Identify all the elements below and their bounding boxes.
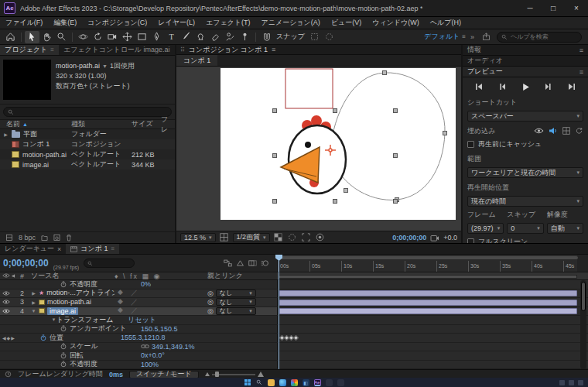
stopwatch-icon[interactable] <box>60 361 70 368</box>
layer-duration-bar[interactable] <box>279 300 577 306</box>
tray-icon[interactable] <box>578 380 583 385</box>
timeline-timecode[interactable]: 0;00;00;00 <box>3 258 49 269</box>
keyframe-diamond[interactable] <box>293 335 299 341</box>
layer-row-2[interactable]: 2 ▶ ★ motion-...アウトライン ◆／ ◎ なし▾ <box>0 289 588 299</box>
red-guide-rectangle[interactable] <box>285 69 333 108</box>
color-channels-icon[interactable] <box>315 233 326 242</box>
motion-blur-icon[interactable] <box>261 259 269 267</box>
orbit-camera-tool-icon[interactable] <box>76 31 91 43</box>
range-select[interactable]: ワークエリアと現在の時間▾ <box>467 167 583 178</box>
anchor-point-value[interactable]: 150.5,150.5 <box>141 325 178 333</box>
panel-grip-icon[interactable]: ⠿ <box>180 46 185 53</box>
pen-tool-icon[interactable] <box>149 31 164 43</box>
new-folder-icon[interactable] <box>41 234 48 241</box>
camera-tool-icon[interactable] <box>105 31 120 43</box>
timeline-search[interactable] <box>84 259 135 268</box>
menu-file[interactable]: ファイル(F) <box>0 18 48 28</box>
composition-viewport[interactable] <box>176 67 461 231</box>
include-overlays-icon[interactable] <box>562 127 570 135</box>
trash-icon[interactable] <box>66 234 72 241</box>
opacity-row[interactable]: 不透明度 100% <box>0 361 588 370</box>
snap-label[interactable]: スナップ <box>276 32 305 42</box>
close-button[interactable]: × <box>565 0 588 17</box>
switch-mode-button[interactable]: スイッチ / モード <box>129 371 199 378</box>
snap-magnet-icon[interactable] <box>259 31 274 43</box>
scale-value[interactable]: 349.1,349.1% <box>152 343 195 351</box>
last-frame-icon[interactable] <box>565 82 579 91</box>
info-panel-header[interactable]: 情報≡ <box>463 45 588 56</box>
menu-edit[interactable]: 編集(E) <box>48 18 82 28</box>
zoom-tool-icon[interactable] <box>54 31 69 43</box>
project-item-image[interactable]: image.ai ベクトルアート 344 KB <box>0 159 175 170</box>
tray-icon[interactable] <box>569 380 574 385</box>
share-icon[interactable] <box>479 31 494 43</box>
render-time-toggle-icon[interactable] <box>5 371 12 378</box>
panel-menu-icon[interactable]: ≡ <box>579 68 583 76</box>
keyframe-navigator[interactable]: ◀◆▶ <box>2 335 15 341</box>
skip-select[interactable]: 0▾ <box>507 223 543 234</box>
position-value[interactable]: 1555.3,1210.8 <box>121 334 166 341</box>
previous-frame-icon[interactable] <box>495 82 509 91</box>
rotation-tool-icon[interactable] <box>91 31 105 43</box>
pickwhip-icon[interactable]: ◎ <box>207 298 214 306</box>
stopwatch-icon[interactable] <box>60 281 70 288</box>
project-search-input[interactable] <box>17 108 110 115</box>
region-of-interest-icon[interactable] <box>301 233 312 242</box>
tab-timeline-comp1[interactable]: コンポ 1 ≡ <box>66 244 119 254</box>
parent-select[interactable]: なし▾ <box>216 298 256 306</box>
panel-menu-icon[interactable]: ≡ <box>579 46 583 54</box>
preview-panel-header[interactable]: プレビュー≡ <box>463 67 588 77</box>
timeline-navigator-bar[interactable] <box>278 256 578 259</box>
chicken-artwork[interactable] <box>281 115 346 194</box>
draft-3d-icon[interactable] <box>236 259 244 267</box>
resolution-select[interactable]: 1/2画質▾ <box>233 233 270 242</box>
playhead[interactable] <box>279 255 279 369</box>
layer-name[interactable]: motion-path.ai <box>47 298 91 306</box>
frame-blending-icon[interactable] <box>248 259 257 267</box>
home-icon[interactable] <box>3 31 18 43</box>
include-video-eye-icon[interactable] <box>534 128 544 134</box>
twirl-icon[interactable]: ▶ <box>3 132 9 137</box>
zoom-slider-thumb[interactable] <box>215 372 219 377</box>
project-item-comp[interactable]: コンポ 1 コンポジション <box>0 139 175 149</box>
column-name[interactable]: 名前▲ <box>0 119 71 129</box>
grid-guides-icon[interactable] <box>219 233 230 242</box>
twirl-icon[interactable]: ▶ <box>31 300 36 305</box>
panel-menu-icon[interactable]: ≡ <box>111 245 115 252</box>
layer-name[interactable]: image.ai <box>47 307 78 315</box>
menu-composition[interactable]: コンポジション(C) <box>82 18 152 28</box>
usage-dropdown-icon[interactable]: ▼ <box>102 63 108 69</box>
panel-menu-icon[interactable]: ≡ <box>50 46 54 53</box>
snap-option-icon-1[interactable] <box>307 31 322 43</box>
stopwatch-icon[interactable] <box>60 343 70 350</box>
shape-tool-icon[interactable] <box>135 31 149 43</box>
resolution-select[interactable]: 自動▾ <box>547 223 583 234</box>
help-search[interactable] <box>497 32 582 43</box>
workspace-switcher[interactable]: デフォルト ≡ <box>424 32 466 42</box>
project-bit-depth[interactable]: 8 bpc <box>19 234 36 241</box>
snap-option-icon-2[interactable] <box>322 31 337 43</box>
exposure-value[interactable]: +0.0 <box>443 234 457 241</box>
zoom-out-mountain-icon[interactable] <box>205 372 210 376</box>
layer-name[interactable]: motion-...アウトライン <box>46 288 115 298</box>
menu-animation[interactable]: アニメーション(A) <box>256 18 326 28</box>
timeline-zoom-slider[interactable] <box>205 372 264 377</box>
maximize-button[interactable]: □ <box>542 0 565 17</box>
menu-effect[interactable]: エフェクト(T) <box>200 18 256 28</box>
taskbar-app-icon[interactable] <box>326 379 333 386</box>
interpret-footage-icon[interactable] <box>5 234 13 241</box>
help-search-input[interactable] <box>511 33 577 40</box>
first-frame-icon[interactable] <box>472 82 486 91</box>
tab-project[interactable]: プロジェクト ≡ <box>0 45 59 55</box>
next-frame-icon[interactable] <box>542 82 556 91</box>
twirl-icon[interactable]: ▶ <box>31 290 36 296</box>
timeline-vertical-scrollbar[interactable] <box>580 280 586 369</box>
close-tab-icon[interactable]: × <box>57 245 61 253</box>
composition-mini-flowchart-icon[interactable] <box>224 259 232 267</box>
roto-brush-tool-icon[interactable] <box>223 31 238 43</box>
play-icon[interactable] <box>518 82 532 91</box>
panel-menu-icon[interactable]: ≡ <box>272 46 275 53</box>
link-dimensions-icon[interactable] <box>141 344 149 349</box>
workspace-overflow-chevron[interactable]: » <box>470 33 474 41</box>
workspace-menu-icon[interactable]: ≡ <box>462 33 466 40</box>
